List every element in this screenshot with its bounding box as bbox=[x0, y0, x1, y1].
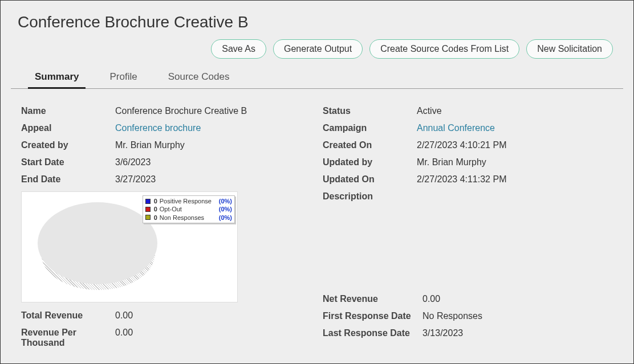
start-date-label: Start Date bbox=[21, 157, 115, 167]
status-value: Active bbox=[417, 106, 442, 116]
legend-label-positive: Positive Response bbox=[160, 197, 217, 205]
created-by-label: Created by bbox=[21, 140, 115, 150]
field-created-by: Created by Mr. Brian Murphy bbox=[21, 137, 311, 154]
field-end-date: End Date 3/27/2023 bbox=[21, 171, 311, 188]
rev-per-k-label-line1: Revenue Per bbox=[21, 328, 76, 337]
field-status: Status Active bbox=[323, 103, 613, 120]
updated-on-value: 2/27/2023 4:11:32 PM bbox=[417, 174, 506, 185]
generate-output-button[interactable]: Generate Output bbox=[273, 39, 363, 59]
pie-surface bbox=[38, 202, 157, 284]
legend-count-nonresp: 0 bbox=[153, 214, 157, 222]
legend-item-optout: 0 Opt-Out (0%) bbox=[145, 205, 232, 213]
save-as-button[interactable]: Save As bbox=[211, 39, 266, 59]
rev-per-k-label-line2: Thousand bbox=[21, 338, 64, 347]
create-source-codes-button[interactable]: Create Source Codes From List bbox=[369, 39, 519, 59]
legend-count-optout: 0 bbox=[153, 205, 157, 213]
swatch-nonresp-icon bbox=[145, 215, 151, 220]
left-column: Name Conference Brochure Creative B Appe… bbox=[21, 103, 311, 351]
first-response-value: No Responses bbox=[422, 311, 482, 321]
tab-bar: Summary Profile Source Codes bbox=[11, 67, 623, 89]
first-response-label: First Response Date bbox=[323, 311, 422, 321]
updated-by-value: Mr. Brian Murphy bbox=[417, 157, 486, 167]
field-last-response: Last Response Date 3/13/2023 bbox=[323, 325, 613, 342]
right-column: Status Active Campaign Annual Conference… bbox=[323, 103, 613, 351]
pie-graphic bbox=[38, 202, 152, 287]
tab-source-codes[interactable]: Source Codes bbox=[161, 67, 237, 88]
field-updated-on: Updated On 2/27/2023 4:11:32 PM bbox=[323, 171, 613, 188]
field-name: Name Conference Brochure Creative B bbox=[21, 103, 311, 120]
updated-by-label: Updated by bbox=[323, 157, 417, 167]
status-label: Status bbox=[323, 106, 417, 116]
name-value: Conference Brochure Creative B bbox=[115, 106, 247, 116]
action-bar: Save As Generate Output Create Source Co… bbox=[1, 37, 633, 67]
field-description: Description bbox=[323, 188, 613, 205]
last-response-label: Last Response Date bbox=[323, 328, 422, 338]
legend-pct-nonresp: (0%) bbox=[219, 214, 232, 222]
chart-legend: 0 Positive Response (0%) 0 Opt-Out (0%) … bbox=[143, 195, 235, 223]
created-by-value: Mr. Brian Murphy bbox=[115, 140, 185, 150]
description-label: Description bbox=[323, 191, 417, 202]
updated-on-label: Updated On bbox=[323, 174, 417, 185]
last-response-value: 3/13/2023 bbox=[422, 328, 463, 338]
name-label: Name bbox=[21, 106, 115, 116]
record-page: Conference Brochure Creative B Save As G… bbox=[0, 0, 634, 364]
rev-per-k-value: 0.00 bbox=[115, 328, 133, 338]
field-first-response: First Response Date No Responses bbox=[323, 308, 613, 325]
end-date-label: End Date bbox=[21, 174, 115, 185]
new-solicitation-button[interactable]: New Solicitation bbox=[526, 39, 613, 59]
field-start-date: Start Date 3/6/2023 bbox=[21, 154, 311, 171]
created-on-label: Created On bbox=[323, 140, 417, 150]
legend-pct-optout: (0%) bbox=[219, 205, 232, 213]
appeal-label: Appeal bbox=[21, 123, 115, 133]
total-revenue-label: Total Revenue bbox=[21, 310, 115, 321]
campaign-link[interactable]: Annual Conference bbox=[417, 123, 495, 133]
created-on-value: 2/27/2023 4:10:21 PM bbox=[417, 140, 506, 150]
rev-per-k-label: Revenue Per Thousand bbox=[21, 328, 115, 348]
page-title: Conference Brochure Creative B bbox=[18, 13, 616, 31]
swatch-optout-icon bbox=[145, 207, 151, 212]
tab-profile[interactable]: Profile bbox=[103, 67, 144, 88]
campaign-label: Campaign bbox=[323, 123, 417, 133]
start-date-value: 3/6/2023 bbox=[115, 157, 151, 167]
field-net-revenue: Net Revenue 0.00 bbox=[323, 291, 613, 308]
tab-summary[interactable]: Summary bbox=[28, 67, 86, 88]
end-date-value: 3/27/2023 bbox=[115, 174, 156, 185]
right-spacer bbox=[323, 205, 613, 291]
field-appeal: Appeal Conference brochure bbox=[21, 120, 311, 137]
legend-label-optout: Opt-Out bbox=[160, 205, 217, 213]
appeal-link[interactable]: Conference brochure bbox=[115, 123, 201, 133]
field-revenue-per-thousand: Revenue Per Thousand 0.00 bbox=[21, 324, 311, 351]
field-campaign: Campaign Annual Conference bbox=[323, 120, 613, 137]
legend-pct-positive: (0%) bbox=[219, 197, 232, 205]
total-revenue-value: 0.00 bbox=[115, 310, 133, 321]
field-updated-by: Updated by Mr. Brian Murphy bbox=[323, 154, 613, 171]
legend-count-positive: 0 bbox=[153, 197, 157, 205]
legend-label-nonresp: Non Responses bbox=[160, 214, 217, 222]
legend-item-positive: 0 Positive Response (0%) bbox=[145, 197, 232, 205]
net-revenue-value: 0.00 bbox=[422, 294, 440, 304]
field-created-on: Created On 2/27/2023 4:10:21 PM bbox=[323, 137, 613, 154]
summary-content: Name Conference Brochure Creative B Appe… bbox=[1, 89, 633, 351]
swatch-positive-icon bbox=[145, 199, 151, 204]
legend-item-nonresp: 0 Non Responses (0%) bbox=[145, 214, 232, 222]
response-pie-chart: 0 Positive Response (0%) 0 Opt-Out (0%) … bbox=[21, 191, 238, 302]
net-revenue-label: Net Revenue bbox=[323, 294, 422, 304]
page-header: Conference Brochure Creative B bbox=[1, 1, 633, 37]
field-total-revenue: Total Revenue 0.00 bbox=[21, 307, 311, 324]
